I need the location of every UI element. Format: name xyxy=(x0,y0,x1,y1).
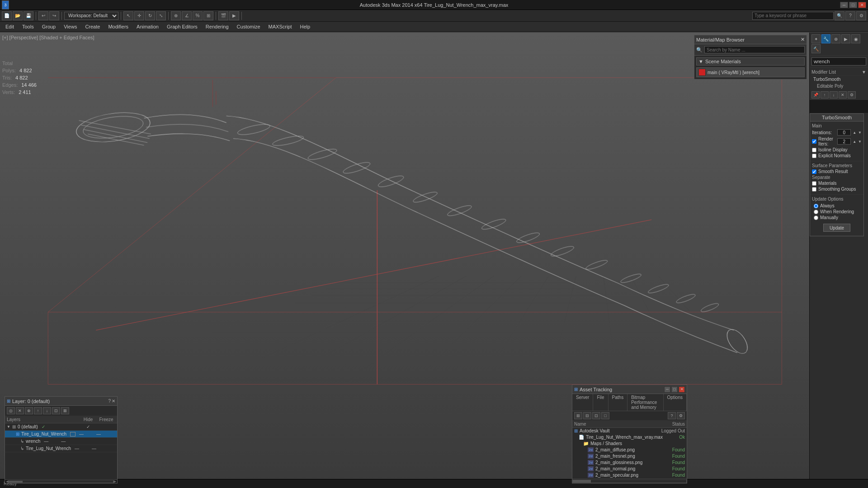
asset-menu-options[interactable]: Options xyxy=(664,394,687,411)
asset-row-0[interactable]: ⊞ Autodesk Vault Logged Out xyxy=(572,428,687,434)
layer-scroll-thumb[interactable] xyxy=(9,481,23,483)
update-button[interactable]: Update xyxy=(823,224,850,232)
render-button[interactable]: 🎬 xyxy=(218,11,228,20)
asset-row-2[interactable]: 📁 Maps / Shaders xyxy=(572,441,687,447)
search-button[interactable]: 🔍 xyxy=(835,11,844,20)
menu-create[interactable]: Create xyxy=(81,23,104,30)
menu-views[interactable]: Views xyxy=(60,23,80,30)
mod-tb-pin[interactable]: 📌 xyxy=(811,91,820,99)
mat-item-0[interactable]: main ( VRayMtl ) [wrench] xyxy=(696,67,805,77)
asset-menu-file[interactable]: File xyxy=(593,394,608,411)
iterations-spinner-down[interactable]: ▼ xyxy=(858,131,862,135)
asset-menu-paths[interactable]: Paths xyxy=(609,394,628,411)
mod-tb-delete[interactable]: ✕ xyxy=(839,91,847,99)
menu-rendering[interactable]: Rendering xyxy=(202,23,232,30)
asset-row-6[interactable]: 2d 2_main_normal.png Found xyxy=(572,466,687,472)
close-button[interactable]: ✕ xyxy=(858,2,866,8)
layer-help-button[interactable]: ? xyxy=(108,399,111,404)
asset-btn-3[interactable]: □ xyxy=(601,412,609,419)
open-button[interactable]: 📂 xyxy=(13,11,23,20)
render-iters-input[interactable] xyxy=(837,138,851,145)
asset-scrollbar[interactable] xyxy=(572,479,687,483)
object-name-input[interactable] xyxy=(811,57,866,66)
asset-row-7[interactable]: 2d 2_main_specular.png Found xyxy=(572,472,687,479)
asset-row-5[interactable]: 2d 2_main_glossiness.png Found xyxy=(572,460,687,466)
menu-group[interactable]: Group xyxy=(38,23,60,30)
redo-button[interactable]: ↪ xyxy=(49,11,59,20)
asset-minimize-btn[interactable]: ─ xyxy=(664,386,670,393)
menu-modifiers[interactable]: Modifiers xyxy=(104,23,132,30)
mod-tb-configure[interactable]: ⚙ xyxy=(848,91,856,99)
asset-row-3[interactable]: 2d 2_main_diffuse.png Found xyxy=(572,447,687,453)
when-rendering-radio[interactable] xyxy=(814,210,818,214)
layer-hide-0[interactable]: ✓ xyxy=(79,424,97,429)
modifier-list-dropdown-icon[interactable]: ▼ xyxy=(862,70,866,75)
menu-help[interactable]: Help xyxy=(297,23,314,30)
menu-edit[interactable]: Edit xyxy=(2,23,18,30)
asset-scroll-thumb[interactable] xyxy=(573,480,591,483)
minimize-button[interactable]: ─ xyxy=(840,2,848,8)
snap-toggle[interactable]: ⊕ xyxy=(171,11,181,20)
render-iters-up[interactable]: ▲ xyxy=(853,140,856,144)
render-iters-checkbox[interactable] xyxy=(812,139,816,144)
isoline-checkbox[interactable] xyxy=(812,148,816,152)
asset-settings-btn[interactable]: ⚙ xyxy=(677,412,685,419)
sidebar-icon-modify[interactable]: 🔧 xyxy=(821,34,830,43)
mod-tb-move-up[interactable]: ↑ xyxy=(821,91,829,99)
asset-menu-bitmap[interactable]: Bitmap Performance and Memory xyxy=(627,394,663,411)
menu-animation[interactable]: Animation xyxy=(133,23,162,30)
layer-expand-0[interactable]: ▼ xyxy=(7,425,10,429)
menu-tools[interactable]: Tools xyxy=(19,23,38,30)
iterations-spinner-up[interactable]: ▲ xyxy=(853,131,856,135)
asset-scroll-track[interactable] xyxy=(572,479,687,483)
smooth-result-checkbox[interactable] xyxy=(812,169,816,174)
materials-checkbox[interactable] xyxy=(812,181,816,186)
render-iters-down[interactable]: ▼ xyxy=(858,140,862,144)
layer-btn-6[interactable]: ⊠ xyxy=(61,407,69,414)
select-button[interactable]: ↖ xyxy=(123,11,133,20)
mat-search-input[interactable] xyxy=(704,46,805,53)
viewport-container[interactable]: [+] [Perspective] [Shaded + Edged Faces]… xyxy=(0,33,809,488)
mod-tb-move-down[interactable]: ↓ xyxy=(830,91,838,99)
modifier-item-editable-poly[interactable]: Editable Poly xyxy=(811,83,866,89)
app-icon[interactable]: 3 xyxy=(2,0,9,9)
menu-maxscript[interactable]: MAXScript xyxy=(265,23,296,30)
layer-btn-2[interactable]: ⊕ xyxy=(25,407,33,414)
workspace-dropdown[interactable]: Workspace: Default xyxy=(64,12,118,20)
layer-btn-4[interactable]: ↓ xyxy=(43,407,51,414)
layer-btn-5[interactable]: ⊡ xyxy=(52,407,60,414)
scale-button[interactable]: ⤡ xyxy=(156,11,166,20)
asset-close-btn[interactable]: ✕ xyxy=(679,386,685,393)
asset-menu-server[interactable]: Server xyxy=(572,394,593,411)
move-button[interactable]: ✛ xyxy=(134,11,144,20)
rotate-button[interactable]: ↻ xyxy=(145,11,155,20)
sidebar-icon-hierarchy[interactable]: ⊕ xyxy=(831,34,840,43)
asset-row-1[interactable]: 📄 Tire_Lug_Nut_Wrench_max_vray.max Ok xyxy=(572,434,687,441)
help-search-btn[interactable]: ? xyxy=(845,11,855,20)
mat-browser-close[interactable]: ✕ xyxy=(801,37,805,42)
asset-btn-2[interactable]: ⊡ xyxy=(592,412,600,419)
sidebar-icon-utilities[interactable]: 🔨 xyxy=(811,44,821,53)
render-frame[interactable]: ▶ xyxy=(229,11,239,20)
explicit-normals-checkbox[interactable] xyxy=(812,154,816,158)
layer-row-3[interactable]: ↳ Tire_Lug_Nut_Wrench — — xyxy=(5,445,117,452)
spinner-snap[interactable]: ⊞ xyxy=(203,11,213,20)
sidebar-icon-display[interactable]: ◉ xyxy=(851,34,860,43)
angle-snap[interactable]: ∠ xyxy=(182,11,192,20)
menu-customize[interactable]: Customize xyxy=(233,23,264,30)
menu-graph-editors[interactable]: Graph Editors xyxy=(163,23,201,30)
asset-maximize-btn[interactable]: □ xyxy=(671,386,678,393)
search-input[interactable] xyxy=(752,12,834,20)
layer-btn-0[interactable]: ◎ xyxy=(7,407,15,414)
percent-snap[interactable]: % xyxy=(193,11,203,20)
layer-row-1[interactable]: ⊞ Tire_Lug_Nut_Wrench — — xyxy=(5,431,117,438)
smoothing-groups-checkbox[interactable] xyxy=(812,187,816,192)
layer-row-2[interactable]: ↳ wrench — — xyxy=(5,438,117,445)
sidebar-icon-create[interactable]: ✦ xyxy=(811,34,821,43)
asset-btn-0[interactable]: ⊞ xyxy=(574,412,582,419)
layer-scrollbar[interactable]: ◀ ▶ xyxy=(5,479,117,483)
settings-button[interactable]: ⚙ xyxy=(856,11,866,20)
maximize-button[interactable]: □ xyxy=(849,2,857,8)
layer-scroll-right[interactable]: ▶ xyxy=(113,479,116,483)
sidebar-icon-motion[interactable]: ▶ xyxy=(841,34,850,43)
